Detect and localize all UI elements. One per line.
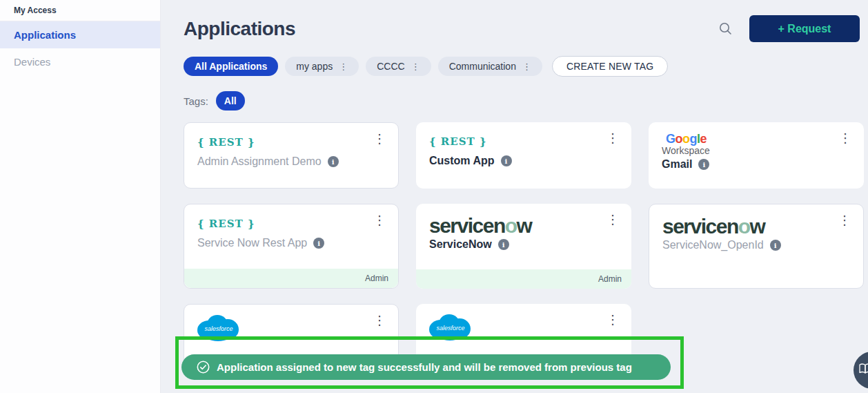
sidebar-item-applications[interactable]: Applications	[0, 21, 160, 48]
app-card-title: Service Now Rest App i	[197, 237, 385, 249]
toast-message: Application assigned to new tag successf…	[217, 361, 632, 373]
create-new-tag-button[interactable]: CREATE NEW TAG	[552, 56, 668, 77]
kebab-icon[interactable]: ⋮	[411, 62, 420, 71]
pill-my-apps[interactable]: my apps ⋮	[285, 57, 359, 76]
servicenow-logo: servicenow	[662, 215, 765, 238]
open-book-icon	[858, 363, 868, 378]
rest-logo: { REST }	[197, 133, 255, 148]
kebab-icon[interactable]: ⋮	[371, 213, 388, 228]
app-name: Admin Assignment Demo	[197, 155, 322, 168]
kebab-icon[interactable]: ⋮	[522, 62, 531, 71]
pill-label: my apps	[296, 61, 333, 72]
app-card-admin-assignment-demo[interactable]: ⋮ { REST } Admin Assignment Demo i	[184, 122, 399, 189]
app-card-title: Admin Assignment Demo i	[197, 155, 385, 168]
main-content: Applications + Request All Applications …	[161, 0, 868, 393]
sidebar-section-label: My Access	[0, 0, 160, 21]
applications-grid: ⋮ { REST } Admin Assignment Demo i ⋮ { R…	[184, 122, 868, 370]
info-icon[interactable]: i	[313, 238, 324, 249]
kebab-icon[interactable]: ⋮	[339, 62, 348, 71]
info-icon[interactable]: i	[498, 239, 509, 250]
app-card-gmail[interactable]: ⋮ Google Workspace Gmail i	[649, 122, 864, 189]
tag-pill-all[interactable]: All	[216, 91, 245, 111]
app-card-title: ServiceNow_OpenId i	[662, 239, 850, 251]
app-card-title: Custom App i	[429, 155, 618, 167]
kebab-icon[interactable]: ⋮	[371, 313, 388, 328]
app-card-title: Gmail i	[662, 158, 851, 171]
page-title: Applications	[184, 18, 295, 40]
kebab-icon[interactable]: ⋮	[604, 131, 622, 146]
app-name: ServiceNow	[429, 238, 492, 251]
request-button[interactable]: + Request	[749, 15, 860, 42]
servicenow-logo: servicenow	[429, 214, 531, 237]
info-icon[interactable]: i	[770, 240, 781, 251]
pill-cccc[interactable]: CCCC ⋮	[366, 57, 431, 76]
tags-label: Tags:	[184, 95, 208, 107]
kebab-icon[interactable]: ⋮	[371, 131, 388, 146]
rest-logo: { REST }	[429, 133, 487, 148]
pill-all-applications[interactable]: All Applications	[184, 57, 278, 76]
info-icon[interactable]: i	[328, 156, 339, 167]
google-workspace-logo: Google Workspace	[662, 133, 851, 155]
app-name: Custom App	[429, 155, 495, 167]
kebab-icon[interactable]: ⋮	[836, 131, 854, 146]
admin-badge: Admin	[184, 269, 398, 288]
sidebar: My Access Applications Devices	[0, 0, 161, 393]
success-toast: Application assigned to new tag successf…	[181, 354, 671, 380]
app-card-custom-app[interactable]: ⋮ { REST } Custom App i	[416, 122, 631, 189]
app-name: Gmail	[662, 158, 692, 171]
pill-label: CCCC	[377, 61, 404, 72]
pill-label: Communication	[449, 61, 516, 72]
info-icon[interactable]: i	[501, 155, 512, 166]
app-card-servicenow[interactable]: ⋮ servicenow ServiceNow i Admin	[416, 204, 631, 289]
salesforce-logo: salesforce	[197, 314, 240, 344]
pill-communication[interactable]: Communication ⋮	[438, 57, 542, 76]
rest-logo: { REST }	[197, 215, 255, 230]
filter-pills: All Applications my apps ⋮ CCCC ⋮ Commun…	[184, 56, 868, 77]
info-icon[interactable]: i	[698, 159, 709, 170]
sidebar-item-devices[interactable]: Devices	[0, 48, 160, 75]
tags-row: Tags: All	[184, 91, 868, 111]
app-card-title: ServiceNow i	[429, 238, 618, 251]
app-card-service-now-rest-app[interactable]: ⋮ { REST } Service Now Rest App i Admin	[184, 204, 399, 289]
search-icon[interactable]	[719, 21, 734, 37]
kebab-icon[interactable]: ⋮	[604, 312, 622, 327]
page-header: Applications + Request	[161, 0, 868, 42]
app-card-servicenow-openid[interactable]: ⋮ servicenow ServiceNow_OpenId i	[649, 204, 864, 289]
kebab-icon[interactable]: ⋮	[604, 212, 622, 227]
kebab-icon[interactable]: ⋮	[836, 213, 854, 228]
admin-badge: Admin	[416, 269, 631, 289]
app-name: Service Now Rest App	[197, 237, 307, 249]
check-circle-icon	[197, 361, 210, 374]
app-name: ServiceNow_OpenId	[662, 239, 764, 251]
salesforce-logo: salesforce	[429, 313, 472, 343]
